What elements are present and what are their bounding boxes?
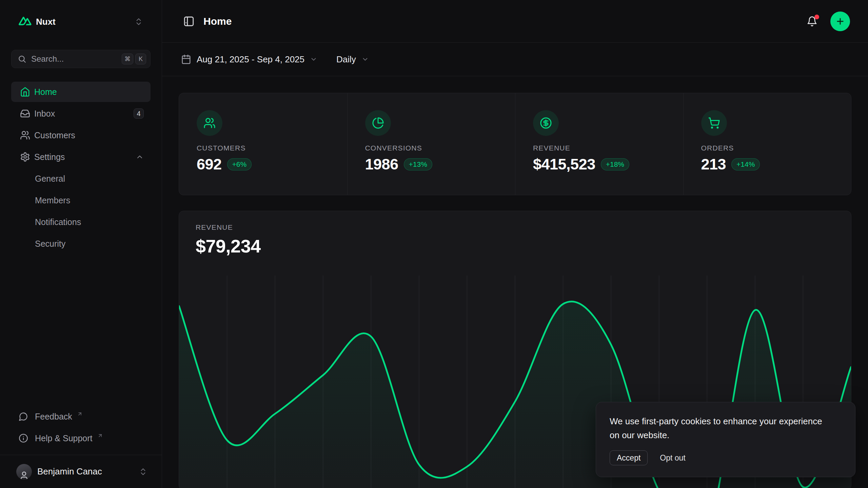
granularity-select[interactable]: Daily (336, 54, 369, 65)
stats-card: CUSTOMERS 692 +6% CONVERSIONS 1986 +13% (179, 93, 851, 195)
chevron-up-down-icon (139, 467, 147, 476)
message-bubble-icon (19, 412, 28, 421)
inbox-icon (20, 108, 30, 119)
search-placeholder: Search... (31, 54, 117, 64)
help-support-label: Help & Support (35, 433, 93, 443)
chevron-up-icon (136, 153, 144, 161)
app-root: Nuxt Search... ⌘ K Home (0, 0, 868, 488)
sidebar: Nuxt Search... ⌘ K Home (0, 0, 162, 488)
team-name: Nuxt (36, 17, 130, 27)
sidebar-item-label: Notifications (35, 217, 144, 227)
page-title: Home (203, 16, 232, 27)
feedback-label: Feedback (35, 412, 72, 422)
stat-label: CUSTOMERS (197, 144, 337, 152)
help-support-link[interactable]: Help & Support (11, 429, 151, 448)
sidebar-nav: Home Inbox 4 Customers Settings (11, 82, 151, 254)
search-shortcut: ⌘ K (122, 54, 146, 64)
sidebar-item-label: Inbox (34, 109, 130, 119)
add-button[interactable] (830, 12, 850, 31)
sidebar-item-label: Members (35, 196, 144, 205)
cookie-accept-button[interactable]: Accept (610, 450, 648, 465)
dollar-circle-icon (540, 117, 552, 129)
sidebar-toggle-button[interactable] (181, 14, 197, 29)
search-icon (18, 55, 26, 63)
panel-left-icon (183, 16, 195, 27)
revenue-chart-label: REVENUE (196, 223, 834, 231)
stat-label: CONVERSIONS (365, 144, 505, 152)
user-name: Benjamin Canac (37, 466, 133, 477)
chevron-down-icon (310, 56, 317, 63)
external-link-icon (77, 411, 83, 417)
stat-label: ORDERS (701, 144, 841, 152)
stat-icon-circle (533, 110, 559, 136)
cookie-banner: We use first-party cookies to enhance yo… (596, 402, 855, 477)
stat-value: $415,523 (533, 156, 595, 173)
stat-orders: ORDERS 213 +14% (683, 93, 851, 195)
nuxt-logo-icon (19, 17, 32, 27)
users-icon (20, 130, 30, 140)
topbar: Home (162, 0, 868, 43)
plus-icon (835, 17, 845, 26)
gear-icon (20, 152, 30, 162)
stat-icon-circle (197, 110, 222, 136)
stat-value: 692 (197, 156, 222, 173)
sidebar-item-label: Settings (34, 152, 132, 162)
chevron-down-icon (361, 56, 369, 63)
date-range-value: Aug 21, 2025 - Sep 4, 2025 (197, 54, 304, 65)
kbd-cmd: ⌘ (122, 54, 133, 64)
chevron-up-down-icon (134, 17, 143, 26)
sidebar-item-security[interactable]: Security (11, 233, 151, 254)
calendar-icon (181, 54, 191, 64)
sidebar-item-label: Home (34, 87, 144, 97)
sidebar-item-label: Security (35, 239, 144, 249)
info-circle-icon (19, 433, 28, 443)
filters-toolbar: Aug 21, 2025 - Sep 4, 2025 Daily (162, 43, 868, 76)
settings-subnav: General Members Notifications Security (11, 168, 151, 254)
pie-chart-icon (372, 117, 384, 129)
search-input[interactable]: Search... ⌘ K (11, 50, 151, 68)
stat-delta-badge: +6% (227, 158, 252, 170)
notifications-button[interactable] (805, 15, 819, 28)
inbox-count-badge: 4 (134, 108, 144, 119)
stat-value: 213 (701, 156, 726, 173)
home-icon (20, 87, 30, 97)
notification-dot (814, 15, 819, 19)
external-link-icon (97, 433, 103, 439)
users-icon (203, 117, 216, 129)
sidebar-item-settings[interactable]: Settings (11, 147, 151, 167)
stat-value: 1986 (365, 156, 398, 173)
cookie-optout-button[interactable]: Opt out (660, 453, 685, 463)
stat-delta-badge: +18% (601, 158, 629, 170)
sidebar-item-label: Customers (34, 130, 144, 140)
cookie-message: We use first-party cookies to enhance yo… (610, 414, 827, 442)
revenue-chart-value: $79,234 (196, 236, 834, 257)
sidebar-item-members[interactable]: Members (11, 190, 151, 210)
stat-delta-badge: +13% (404, 158, 432, 170)
sidebar-footer-links: Feedback Help & Support (0, 407, 162, 455)
user-menu[interactable]: Benjamin Canac (0, 455, 162, 488)
sidebar-item-general[interactable]: General (11, 168, 151, 189)
stat-label: REVENUE (533, 144, 673, 152)
sidebar-item-home[interactable]: Home (11, 82, 151, 102)
granularity-value: Daily (336, 54, 356, 65)
stat-conversions: CONVERSIONS 1986 +13% (347, 93, 515, 195)
avatar (16, 464, 32, 480)
stat-delta-badge: +14% (731, 158, 760, 170)
feedback-link[interactable]: Feedback (11, 407, 151, 426)
kbd-k: K (135, 54, 146, 64)
stat-customers: CUSTOMERS 692 +6% (179, 93, 347, 195)
stat-revenue: REVENUE $415,523 +18% (515, 93, 683, 195)
team-switcher[interactable]: Nuxt (11, 12, 151, 31)
stat-icon-circle (701, 110, 727, 136)
sidebar-item-inbox[interactable]: Inbox 4 (11, 103, 151, 124)
sidebar-item-label: General (35, 174, 144, 184)
cart-icon (708, 117, 720, 129)
sidebar-item-notifications[interactable]: Notifications (11, 212, 151, 232)
stat-icon-circle (365, 110, 391, 136)
date-range-picker[interactable]: Aug 21, 2025 - Sep 4, 2025 (181, 54, 317, 65)
sidebar-item-customers[interactable]: Customers (11, 125, 151, 145)
